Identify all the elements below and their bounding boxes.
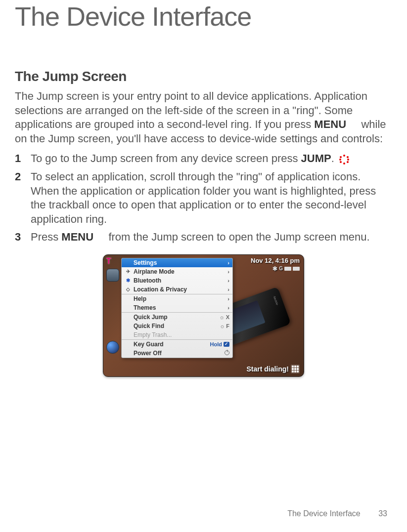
network-icon: G <box>279 266 283 271</box>
intro-paragraph: The Jump screen is your entry point to a… <box>15 89 392 146</box>
device-screenshot: T Nov 12, 4:16 pm ✱ G Phone T · ·mobile … <box>103 254 304 377</box>
step-pre: To select an application, scroll through… <box>31 170 376 225</box>
menu-item-airplane-mode[interactable]: ✈ Airplane Mode › <box>122 267 232 276</box>
status-datetime: Nov 12, 4:16 pm <box>251 257 300 264</box>
menu-keyword: MENU <box>61 231 93 243</box>
chevron-right-icon: › <box>227 260 229 266</box>
hold-label: Hold <box>210 341 222 347</box>
menu-item-bluetooth[interactable]: ✱ Bluetooth › <box>122 276 232 285</box>
ring-app-icon[interactable] <box>106 269 119 282</box>
menu-label: Power Off <box>134 350 225 357</box>
sun-icon: ☼ <box>220 323 225 329</box>
step-text: To select an application, scroll through… <box>31 170 392 226</box>
step-number: 3 <box>15 230 22 245</box>
menu-item-quick-find[interactable]: Quick Find ☼ F <box>122 322 232 330</box>
step-post: . <box>331 152 334 164</box>
chevron-right-icon: › <box>227 278 229 284</box>
footer-page-number: 33 <box>378 509 387 518</box>
step-text: Press MENU from the Jump screen to open … <box>31 230 392 245</box>
footer-title: The Device Interface <box>287 509 361 518</box>
chevron-right-icon: › <box>227 269 229 275</box>
step-pre: To go to the Jump screen from any device… <box>31 152 301 164</box>
start-dialing-prompt[interactable]: Start dialing! <box>246 365 300 373</box>
step-post: from the Jump screen to open the Jump sc… <box>105 231 369 243</box>
airplane-icon: ✈ <box>125 269 132 274</box>
section-title: The Jump Screen <box>15 69 392 84</box>
step-text: To go to the Jump screen from any device… <box>31 152 392 166</box>
menu-item-key-guard[interactable]: Key Guard Hold <box>122 340 232 349</box>
battery-icon <box>293 267 300 271</box>
menu-item-empty-trash: Empty Trash... <box>122 330 232 339</box>
step-number: 2 <box>15 170 22 226</box>
menu-label: Quick Jump <box>134 314 220 321</box>
chevron-right-icon: › <box>227 286 229 292</box>
menu-label: Empty Trash... <box>134 331 229 338</box>
menu-item-power-off[interactable]: Power Off <box>122 349 232 358</box>
menu-label: Help <box>134 295 227 302</box>
menu-label: Quick Find <box>134 323 220 329</box>
device-image-label: ·Mobile· <box>272 295 279 306</box>
page-title: The Device Interface <box>15 1 392 32</box>
jump-icon <box>339 155 349 164</box>
status-bar: Nov 12, 4:16 pm ✱ G <box>251 257 300 272</box>
shortcut-label: ☼ X <box>220 314 230 320</box>
step-pre: Press <box>31 231 61 243</box>
ring-globe-icon[interactable] <box>106 341 119 354</box>
menu-keyword: MENU <box>314 118 346 130</box>
app-ring[interactable] <box>106 269 120 373</box>
chevron-right-icon: › <box>227 305 229 311</box>
menu-label: Settings <box>134 259 227 266</box>
shortcut-label: ☼ F <box>220 323 229 329</box>
signal-icon <box>284 267 291 271</box>
bluetooth-icon: ✱ <box>125 278 132 283</box>
check-icon <box>224 342 229 347</box>
power-icon <box>225 350 229 357</box>
menu-item-quick-jump[interactable]: Quick Jump ☼ X <box>122 313 232 322</box>
menu-label: Themes <box>134 304 227 311</box>
sun-icon: ☼ <box>220 314 225 320</box>
location-icon: ◇ <box>125 286 132 292</box>
step-2: 2 To select an application, scroll throu… <box>15 170 392 226</box>
menu-label: Bluetooth <box>134 277 227 284</box>
menu-label: Airplane Mode <box>134 268 227 275</box>
menu-label: Location & Privacy <box>134 286 227 293</box>
menu-label: Key Guard <box>134 341 210 348</box>
page-footer: The Device Interface 33 <box>287 509 387 518</box>
status-icons: ✱ G <box>251 265 300 272</box>
step-1: 1 To go to the Jump screen from any devi… <box>15 152 392 166</box>
menu-item-settings[interactable]: Settings › <box>122 258 232 267</box>
step-3: 3 Press MENU from the Jump screen to ope… <box>15 230 392 245</box>
carrier-logo: T <box>106 257 111 266</box>
step-number: 1 <box>15 152 22 166</box>
menu-item-help[interactable]: Help › <box>122 294 232 303</box>
jump-keyword: JUMP <box>301 152 331 164</box>
menu-item-themes[interactable]: Themes › <box>122 303 232 312</box>
jump-menu[interactable]: Settings › ✈ Airplane Mode › ✱ Bluetooth… <box>121 258 233 358</box>
menu-item-location-privacy[interactable]: ◇ Location & Privacy › <box>122 285 232 294</box>
dialpad-icon <box>291 365 300 373</box>
bluetooth-icon: ✱ <box>272 265 277 272</box>
chevron-right-icon: › <box>227 296 229 302</box>
start-dialing-label: Start dialing! <box>246 365 289 373</box>
